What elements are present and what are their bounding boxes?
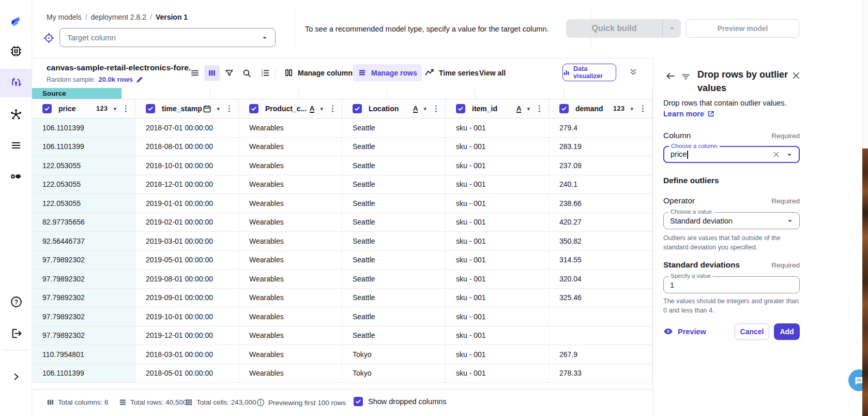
- preview-link[interactable]: Preview: [663, 326, 706, 336]
- help-icon[interactable]: ?: [0, 290, 32, 313]
- table-cell[interactable]: Wearables: [239, 364, 342, 383]
- table-cell[interactable]: sku - 001: [446, 364, 549, 383]
- table-cell[interactable]: 122.053055: [32, 175, 135, 194]
- table-cell[interactable]: Wearables: [239, 251, 342, 270]
- close-icon[interactable]: [791, 71, 801, 82]
- scrollbar-thumb[interactable]: [862, 0, 868, 148]
- table-cell[interactable]: 122.053055: [32, 194, 135, 213]
- view-columns-icon[interactable]: [204, 65, 220, 81]
- scrollbar[interactable]: [862, 0, 868, 416]
- column-header-time_stamp[interactable]: time_stamp▾⋮: [135, 99, 239, 118]
- quick-build-menu-button[interactable]: [662, 19, 681, 38]
- back-icon[interactable]: [665, 71, 676, 83]
- manage-rows-button[interactable]: Manage rows: [353, 64, 422, 81]
- table-cell[interactable]: Seattle: [342, 307, 446, 326]
- target-column-select[interactable]: Target column: [59, 28, 276, 47]
- chevron-down-icon[interactable]: ▾: [320, 106, 323, 112]
- column-checkbox[interactable]: [42, 104, 52, 113]
- chevron-down-icon[interactable]: ▾: [113, 106, 116, 112]
- table-cell[interactable]: 2018-05-01 00:00:00: [135, 364, 239, 383]
- table-cell[interactable]: 320.04: [549, 270, 652, 288]
- column-header-demand[interactable]: demand123▾⋮: [549, 99, 652, 118]
- table-cell[interactable]: Seattle: [342, 194, 446, 213]
- list-icon[interactable]: [0, 134, 32, 157]
- table-cell[interactable]: Wearables: [239, 213, 342, 232]
- text-type-icon[interactable]: A: [516, 105, 522, 113]
- table-cell[interactable]: sku - 001: [446, 175, 549, 194]
- column-menu-icon[interactable]: ⋮: [639, 104, 647, 113]
- table-cell[interactable]: 2019-05-01 00:00:00: [135, 251, 239, 270]
- table-cell[interactable]: 2018-08-01 00:00:00: [135, 138, 239, 156]
- table-cell[interactable]: Wearables: [239, 345, 342, 364]
- chevron-down-icon[interactable]: [786, 152, 793, 158]
- column-checkbox[interactable]: [353, 104, 362, 113]
- table-cell[interactable]: sku - 001: [446, 307, 549, 326]
- table-cell[interactable]: sku - 001: [446, 194, 549, 213]
- table-cell[interactable]: Wearables: [239, 175, 342, 194]
- data-visualizer-button[interactable]: Data visualizer: [562, 64, 616, 81]
- stddev-input[interactable]: Specify a value 1: [663, 276, 800, 293]
- chevron-down-icon[interactable]: [787, 218, 793, 224]
- app-logo[interactable]: [0, 9, 32, 32]
- table-cell[interactable]: 122.053055: [32, 156, 135, 175]
- column-checkbox[interactable]: [146, 104, 155, 113]
- table-cell[interactable]: 2019-01-01 00:00:00: [135, 194, 239, 213]
- column-checkbox[interactable]: [559, 104, 569, 113]
- table-cell[interactable]: Wearables: [239, 232, 342, 250]
- table-cell[interactable]: Seattle: [342, 326, 446, 345]
- table-cell[interactable]: 238.66: [549, 194, 652, 213]
- table-cell[interactable]: Seattle: [342, 118, 446, 137]
- pencil-icon[interactable]: [136, 76, 143, 83]
- table-cell[interactable]: 97.79892302: [32, 251, 135, 270]
- table-cell[interactable]: sku - 001: [446, 118, 549, 137]
- add-button[interactable]: Add: [774, 323, 800, 340]
- table-cell[interactable]: 240.1: [549, 175, 652, 194]
- table-cell[interactable]: [549, 307, 652, 326]
- operator-select[interactable]: Choose a value Standard deviation: [663, 212, 800, 229]
- table-cell[interactable]: 97.79892302: [32, 307, 135, 326]
- number-type-icon[interactable]: 123: [96, 105, 108, 112]
- table-cell[interactable]: Wearables: [239, 326, 342, 345]
- table-cell[interactable]: Wearables: [239, 307, 342, 326]
- table-cell[interactable]: 2019-12-01 00:00:00: [135, 326, 239, 345]
- table-cell[interactable]: 350.82: [549, 232, 652, 250]
- table-cell[interactable]: sku - 001: [446, 232, 549, 250]
- table-cell[interactable]: 97.79892302: [32, 270, 135, 288]
- table-cell[interactable]: sku - 001: [446, 270, 549, 288]
- table-cell[interactable]: Seattle: [342, 138, 446, 156]
- table-cell[interactable]: 106.1101399: [32, 118, 135, 137]
- table-cell[interactable]: 2019-03-01 00:00:00: [135, 232, 239, 250]
- table-cell[interactable]: [549, 326, 652, 345]
- table-cell[interactable]: Seattle: [342, 251, 446, 270]
- column-header-Product_c...[interactable]: Product_c...A▾⋮: [239, 99, 342, 118]
- table-cell[interactable]: sku - 001: [446, 345, 549, 364]
- column-input[interactable]: Choose a column price: [663, 146, 800, 163]
- table-cell[interactable]: Tokyo: [342, 364, 446, 383]
- filter-icon[interactable]: [221, 65, 237, 81]
- table-cell[interactable]: 97.79892302: [32, 326, 135, 345]
- table-cell[interactable]: 2018-10-01 00:00:00: [135, 156, 239, 175]
- text-type-icon[interactable]: A: [413, 105, 418, 113]
- table-cell[interactable]: Seattle: [342, 232, 446, 250]
- table-cell[interactable]: 2018-07-01 00:00:00: [135, 118, 239, 137]
- table-cell[interactable]: 314.55: [549, 251, 652, 270]
- checkbox-icon[interactable]: [354, 397, 363, 406]
- processor-icon[interactable]: [0, 40, 32, 63]
- table-cell[interactable]: Seattle: [342, 156, 446, 175]
- clear-icon[interactable]: [772, 151, 780, 158]
- table-cell[interactable]: 279.4: [549, 118, 652, 137]
- table-cell[interactable]: sku - 001: [446, 138, 549, 156]
- manage-columns-button[interactable]: Manage columns: [280, 64, 361, 81]
- chevron-down-icon[interactable]: ▾: [527, 106, 530, 112]
- table-cell[interactable]: 82.97735656: [32, 213, 135, 232]
- breadcrumb-my-models[interactable]: My models: [47, 13, 82, 21]
- table-cell[interactable]: Seattle: [342, 270, 446, 288]
- column-menu-icon[interactable]: ⋮: [122, 104, 130, 113]
- column-header-Location[interactable]: LocationA▾⋮: [342, 99, 446, 118]
- table-cell[interactable]: 325.46: [549, 289, 652, 307]
- calendar-type-icon[interactable]: [203, 105, 211, 113]
- table-cell[interactable]: 97.79892302: [32, 289, 135, 307]
- table-cell[interactable]: Seattle: [342, 213, 446, 232]
- data-icon[interactable]: [0, 165, 32, 188]
- column-header-price[interactable]: price123▾⋮: [32, 99, 135, 118]
